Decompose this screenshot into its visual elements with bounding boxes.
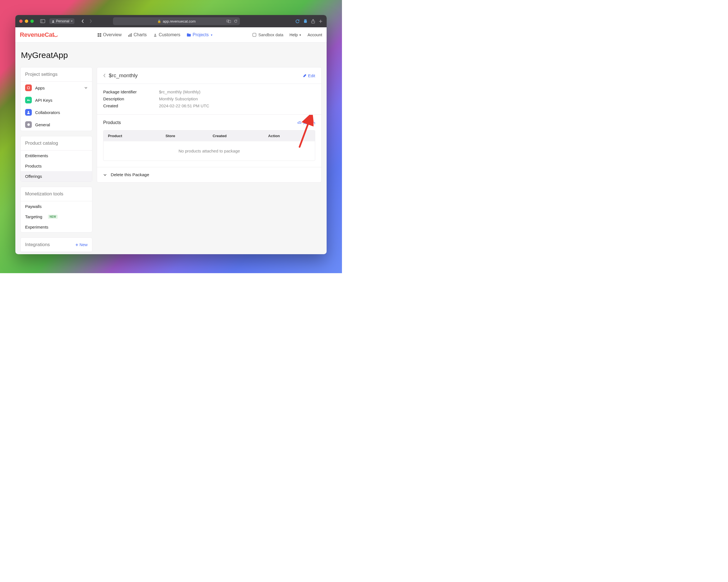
- main-nav: Overview Charts Customers Projects ▼: [98, 32, 213, 37]
- sandbox-toggle[interactable]: Sandbox data: [253, 33, 283, 37]
- new-badge: NEW: [48, 215, 58, 219]
- header-right: Sandbox data Help ▼ Account: [253, 33, 322, 37]
- gear-icon: [25, 121, 32, 128]
- help-menu[interactable]: Help ▼: [289, 33, 302, 37]
- fullscreen-window-button[interactable]: [30, 20, 34, 23]
- back-icon[interactable]: [103, 74, 106, 78]
- col-product: Product: [103, 131, 161, 141]
- section-head: Project settings: [21, 67, 92, 82]
- address-bar[interactable]: 🔒 app.revenuecat.com A: [113, 17, 240, 25]
- svg-point-24: [28, 111, 29, 113]
- translate-icon[interactable]: A: [227, 19, 231, 23]
- browser-titlebar: Personal 🔒 app.revenuecat.com A: [15, 15, 327, 27]
- svg-rect-11: [100, 33, 102, 35]
- chevron-down-icon: ▼: [210, 34, 213, 36]
- sidebar-item-offerings[interactable]: Offerings: [21, 171, 92, 182]
- svg-rect-20: [28, 87, 29, 89]
- sidebar-item-products[interactable]: Products: [21, 161, 92, 171]
- page-title: MyGreatApp: [21, 51, 321, 60]
- sidebar-item-api-keys[interactable]: API Keys: [21, 94, 92, 106]
- value-created: 2024-02-22 06:51 PM UTC: [159, 104, 209, 108]
- table-header: Product Store Created Action: [103, 131, 315, 141]
- label-package-id: Package Identifier: [103, 89, 159, 94]
- account-link[interactable]: Account: [308, 33, 322, 37]
- nav-customers[interactable]: Customers: [153, 32, 180, 37]
- lock-icon: 🔒: [157, 20, 161, 23]
- nav-charts[interactable]: Charts: [128, 32, 147, 37]
- chevron-down-icon: [84, 86, 87, 89]
- svg-rect-18: [253, 33, 256, 36]
- value-package-id: $rc_monthly (Monthly): [159, 89, 200, 94]
- section-head: Monetization tools: [21, 187, 92, 201]
- panel-header: $rc_monthly Edit: [97, 67, 321, 84]
- sidebar-section-product-catalog: Product catalog Entitlements Products Of…: [20, 136, 92, 182]
- back-button[interactable]: [79, 17, 87, 25]
- nav-overview[interactable]: Overview: [98, 32, 122, 37]
- panel-title: $rc_monthly: [109, 73, 138, 79]
- revenuecat-logo[interactable]: RevenueCat: [20, 31, 58, 38]
- sidebar-section-integrations: Integrations New: [20, 238, 92, 252]
- browser-profile-switcher[interactable]: Personal: [49, 19, 75, 24]
- sidebar-section-project-settings: Project settings Apps: [20, 67, 92, 131]
- section-head: Product catalog: [21, 136, 92, 150]
- svg-rect-4: [229, 20, 231, 23]
- app-body: MyGreatApp Project settings Apps: [15, 43, 327, 254]
- new-tab-icon[interactable]: [318, 19, 323, 23]
- apps-icon: [25, 84, 32, 91]
- share-icon[interactable]: [311, 19, 315, 24]
- minimize-window-button[interactable]: [25, 20, 28, 23]
- chevron-down-icon: ▼: [299, 34, 302, 36]
- svg-rect-15: [130, 34, 131, 36]
- svg-rect-13: [100, 35, 102, 37]
- sidebar-item-apps[interactable]: Apps: [21, 82, 92, 94]
- package-details: Package Identifier $rc_monthly (Monthly)…: [97, 84, 321, 115]
- sidebar-section-monetization: Monetization tools Paywalls Targeting NE…: [20, 187, 92, 232]
- sidebar: Project settings Apps: [20, 67, 92, 252]
- delete-package-row[interactable]: Delete this Package: [97, 167, 321, 182]
- svg-point-17: [155, 34, 156, 35]
- sidebar-item-experiments[interactable]: Experiments: [21, 222, 92, 232]
- safari-window: Personal 🔒 app.revenuecat.com A: [15, 15, 327, 254]
- user-icon: [25, 109, 32, 116]
- url-text: app.revenuecat.com: [163, 19, 196, 23]
- svg-rect-6: [304, 20, 307, 23]
- svg-rect-12: [98, 35, 99, 37]
- key-icon: [25, 97, 32, 104]
- package-panel: $rc_monthly Edit Package Identifier $rc_…: [97, 67, 321, 183]
- svg-text:A: A: [228, 20, 229, 22]
- reload-icon[interactable]: [234, 19, 238, 23]
- label-description: Description: [103, 96, 159, 101]
- col-action: Action: [264, 131, 315, 141]
- desktop-wallpaper: Personal 🔒 app.revenuecat.com A: [0, 0, 342, 273]
- edit-button[interactable]: Edit: [303, 73, 315, 78]
- sidebar-item-targeting[interactable]: Targeting NEW: [21, 212, 92, 222]
- download-icon[interactable]: [295, 19, 300, 24]
- products-section: Products Attach Product Store: [97, 115, 321, 167]
- svg-point-2: [53, 20, 54, 21]
- sidebar-item-entitlements[interactable]: Entitlements: [21, 150, 92, 161]
- forward-button[interactable]: [87, 17, 95, 25]
- attach-button[interactable]: Attach: [297, 120, 315, 125]
- value-description: Monthly Subscription: [159, 96, 198, 101]
- col-store: Store: [161, 131, 208, 141]
- main-content: $rc_monthly Edit Package Identifier $rc_…: [97, 67, 321, 252]
- label-created: Created: [103, 104, 159, 108]
- svg-rect-0: [41, 20, 45, 23]
- svg-point-8: [306, 19, 307, 20]
- extension-icon[interactable]: [303, 19, 308, 23]
- sidebar-toggle-icon[interactable]: [39, 17, 47, 25]
- window-traffic-lights: [19, 20, 34, 23]
- products-table: Product Store Created Action No products…: [103, 130, 315, 161]
- svg-rect-14: [128, 35, 129, 37]
- sidebar-item-collaborators[interactable]: Collaborators: [21, 106, 92, 118]
- sidebar-item-paywalls[interactable]: Paywalls: [21, 201, 92, 212]
- sidebar-item-general[interactable]: General: [21, 118, 92, 131]
- svg-point-7: [304, 19, 306, 20]
- new-integration-link[interactable]: New: [75, 243, 87, 247]
- chevron-down-icon: [103, 173, 107, 177]
- close-window-button[interactable]: [19, 20, 23, 23]
- nav-projects[interactable]: Projects ▼: [187, 32, 213, 37]
- empty-state: No products attached to package: [103, 141, 315, 161]
- section-head: Integrations New: [21, 238, 92, 252]
- products-title: Products: [103, 120, 121, 125]
